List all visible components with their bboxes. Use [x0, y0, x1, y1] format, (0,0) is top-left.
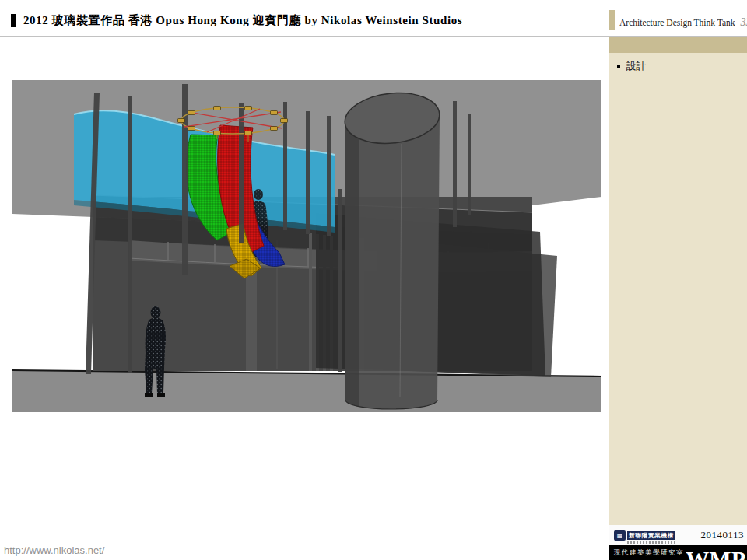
brand-block: Architecture Design Think Tank 33 — [609, 10, 747, 30]
sponsor-logo-text: 新聯陽實業機構 — [627, 531, 675, 540]
date-label: 20140113 — [700, 529, 744, 541]
sidebar-body: 設計 — [609, 53, 747, 525]
glass-cylinder — [342, 89, 442, 409]
sidebar-footer-black: 現代建築美學研究室 WMP — [609, 545, 747, 560]
watermark-wmp: WMP — [686, 548, 745, 560]
sponsor-logo-icon: ▦ — [614, 530, 626, 541]
render-image — [12, 80, 601, 412]
sidebar-item-label: 設計 — [626, 60, 646, 73]
source-url-link[interactable]: http://www.nikolas.net/ — [4, 544, 104, 556]
sponsor-logo: ▦ 新聯陽實業機構 — [614, 527, 675, 544]
page-number: 33 — [741, 16, 747, 30]
sidebar: 設計 ▦ 新聯陽實業機構 20140113 現代建築美學研究室 WMP — [609, 37, 747, 560]
lab-name: 現代建築美學研究室 — [614, 548, 684, 558]
sponsor-logo-subline — [627, 541, 675, 544]
sidebar-item-design: 設計 — [609, 60, 747, 73]
sidebar-footer-white: ▦ 新聯陽實業機構 20140113 — [609, 525, 747, 545]
page-title: 2012 玻璃裝置作品 香港 Opus Hong Kong 迎賓門廳 by Ni… — [23, 13, 462, 28]
sidebar-top-band — [609, 37, 747, 53]
ground-plane — [12, 370, 601, 412]
bullet-icon — [617, 65, 620, 68]
brand-name: Architecture Design Think Tank — [619, 18, 735, 30]
brand-marker-bar — [609, 10, 615, 30]
header-divider — [0, 36, 747, 37]
title-marker-bar — [11, 14, 16, 27]
